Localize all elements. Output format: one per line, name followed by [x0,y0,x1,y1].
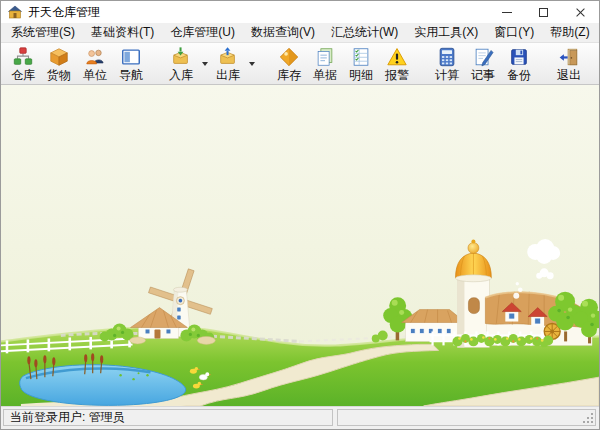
minimize-button[interactable] [488,1,525,23]
documents-icon [313,45,337,69]
menu-basic-data[interactable]: 基础资料(T) [83,22,162,43]
toolbar-label: 备份 [507,69,531,82]
navigation-panel-icon [119,45,143,69]
resize-grip[interactable] [582,412,594,424]
toolbar-group-records: 库存 单据 [271,44,415,82]
close-icon [575,7,586,18]
toolbar-label: 单位 [83,69,107,82]
maximize-button[interactable] [525,1,562,23]
toolbar-button-calculator[interactable]: 计算 [429,44,465,82]
toolbar-label: 仓库 [11,69,35,82]
warehouse-tree-icon [11,45,35,69]
toolbar-button-documents[interactable]: 单据 [307,44,343,82]
menu-warehouse[interactable]: 仓库管理(U) [162,22,243,43]
app-icon [8,5,22,19]
inbound-dropdown-button[interactable] [199,44,210,82]
alarm-warning-icon [385,45,409,69]
toolbar-group-utilities: 计算 记事 [429,44,537,82]
window-title: 开天仓库管理 [28,4,100,21]
main-canvas [1,85,599,406]
detail-list-icon [349,45,373,69]
toolbar-button-exit[interactable]: 退出 [551,44,587,82]
window-controls [488,1,599,23]
maximize-icon [539,8,548,17]
dropdown-arrow-icon [249,62,255,69]
calculator-icon [435,45,459,69]
menu-bar: 系统管理(S) 基础资料(T) 仓库管理(U) 数据查询(V) 汇总统计(W) … [1,23,599,43]
toolbar-button-goods[interactable]: 货物 [41,44,77,82]
menu-statistics[interactable]: 汇总统计(W) [323,22,406,43]
menu-system[interactable]: 系统管理(S) [3,22,83,43]
app-window: 开天仓库管理 系统管理(S) 基础资料(T) 仓库管理(U) 数据查询(V) 汇… [0,0,600,430]
toolbar-button-inbound[interactable]: 入库 [163,44,199,82]
toolbar-button-alarm[interactable]: 报警 [379,44,415,82]
toolbar-button-notes[interactable]: 记事 [465,44,501,82]
status-info-panel [337,409,596,426]
toolbar-label: 报警 [385,69,409,82]
menu-window[interactable]: 窗口(Y) [486,22,542,43]
toolbar-label: 计算 [435,69,459,82]
toolbar-group-basic: 仓库 货物 [5,44,149,82]
landscape-scene [1,85,599,406]
minimize-icon [502,12,512,13]
toolbar-button-backup[interactable]: 备份 [501,44,537,82]
goods-box-icon [47,45,71,69]
stock-package-icon [277,45,301,69]
toolbar-group-in-out: 入库 出库 [163,44,257,82]
menu-query[interactable]: 数据查询(V) [243,22,323,43]
toolbar-button-navigation[interactable]: 导航 [113,44,149,82]
menu-tools[interactable]: 实用工具(X) [406,22,486,43]
toolbar-group-exit: 退出 [551,44,587,82]
toolbar-label: 货物 [47,69,71,82]
menu-help[interactable]: 帮助(Z) [542,22,597,43]
title-bar: 开天仓库管理 [1,1,599,23]
toolbar-label: 退出 [557,69,581,82]
toolbar-label: 库存 [277,69,301,82]
backup-disk-icon [507,45,531,69]
toolbar-label: 记事 [471,69,495,82]
exit-door-icon [557,45,581,69]
toolbar-button-stock[interactable]: 库存 [271,44,307,82]
toolbar-button-detail[interactable]: 明细 [343,44,379,82]
toolbar-label: 明细 [349,69,373,82]
outbound-dropdown-button[interactable] [246,44,257,82]
status-user-panel: 当前登录用户: 管理员 [3,409,333,426]
dropdown-arrow-icon [202,62,208,69]
outbound-box-icon [216,45,240,69]
toolbar-button-units[interactable]: 单位 [77,44,113,82]
toolbar-button-outbound[interactable]: 出库 [210,44,246,82]
toolbar-label: 导航 [119,69,143,82]
toolbar-label: 单据 [313,69,337,82]
toolbar-label: 出库 [216,69,240,82]
inbound-box-icon [169,45,193,69]
notepad-icon [471,45,495,69]
status-user-text: 当前登录用户: 管理员 [10,409,125,426]
toolbar-button-warehouse[interactable]: 仓库 [5,44,41,82]
status-bar: 当前登录用户: 管理员 [1,406,599,429]
toolbar: 仓库 货物 [1,43,599,85]
close-button[interactable] [562,1,599,23]
units-people-icon [83,45,107,69]
toolbar-label: 入库 [169,69,193,82]
